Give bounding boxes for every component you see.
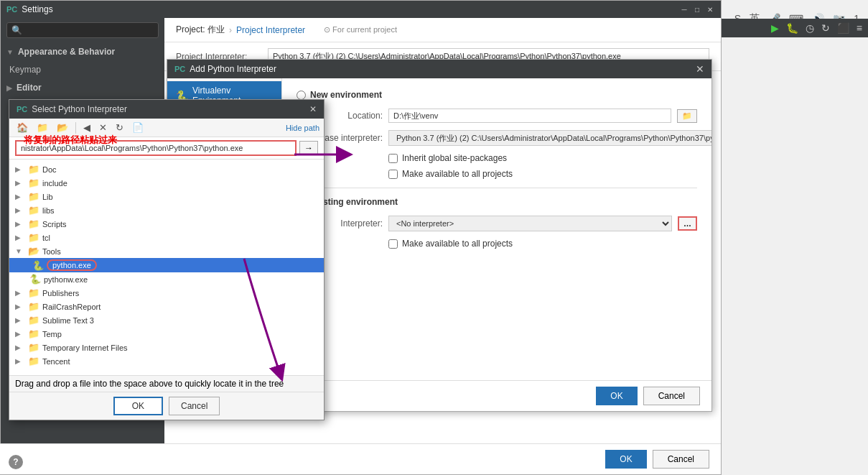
select-interpreter-footer: Drag and drop a file into the space abov… xyxy=(9,375,324,392)
path-input[interactable] xyxy=(15,140,297,156)
toolbar-back-button[interactable]: ◀ xyxy=(80,121,93,134)
tree-item-libs[interactable]: ▶ 📁 libs xyxy=(9,203,324,217)
toolbar-home-button[interactable]: 🏠 xyxy=(14,121,31,134)
tree-item-pythonwexe[interactable]: 🐍 pythonw.exe xyxy=(9,272,324,286)
base-interpreter-select[interactable]: Python 3.7 (作业) (2) C:\Users\Administrat… xyxy=(388,130,711,146)
sidebar-item-keymap[interactable]: Keymap xyxy=(1,61,164,78)
select-interpreter-toolbar: 🏠 📁 📂 ◀ ✕ ↻ 📄 Hide path xyxy=(9,119,324,137)
hide-path-link[interactable]: Hide path xyxy=(286,124,319,132)
location-row: Location: 📁 xyxy=(297,109,697,123)
tree-item-pythonexe[interactable]: 🐍 python.exe xyxy=(9,258,324,272)
run-button[interactable]: ▶ xyxy=(768,21,782,35)
toolbar-delete-button[interactable]: ✕ xyxy=(96,121,110,134)
folder-icon-tools: 📂 xyxy=(28,246,39,257)
interpreter-select[interactable]: <No interpreter> xyxy=(388,216,672,231)
toolbar-separator xyxy=(75,122,76,134)
maximize-button[interactable]: □ xyxy=(692,4,702,14)
help-button[interactable]: ? xyxy=(9,455,23,469)
select-interpreter-ok-button[interactable]: OK xyxy=(113,397,163,415)
breadcrumb-sep: › xyxy=(229,25,232,35)
tree-item-temp[interactable]: ▶ 📁 Temp xyxy=(9,327,324,341)
sidebar-item-editor[interactable]: ▶ Editor xyxy=(1,78,164,97)
sidebar-editor-label: Editor xyxy=(17,83,42,93)
make-available-existing-checkbox[interactable] xyxy=(388,239,398,249)
select-interpreter-dialog: PC Select Python Interpreter ✕ 🏠 📁 📂 ◀ ✕… xyxy=(9,99,325,420)
select-interpreter-title: Select Python Interpreter xyxy=(32,104,127,114)
path-go-button[interactable]: → xyxy=(299,141,318,155)
rerun-button[interactable]: ↻ xyxy=(818,21,833,35)
tree-item-sublime[interactable]: ▶ 📁 Sublime Text 3 xyxy=(9,313,324,327)
folder-icon-libs: 📁 xyxy=(28,205,39,216)
tree-label-tools: Tools xyxy=(42,247,61,256)
settings-ok-button[interactable]: OK xyxy=(605,450,646,469)
inherit-checkbox[interactable] xyxy=(388,154,398,163)
new-environment-label: New environment xyxy=(310,90,382,100)
breadcrumb-section[interactable]: Project Interpreter xyxy=(236,25,305,35)
profile-button[interactable]: ◷ xyxy=(803,21,817,35)
window-controls: ─ □ ✕ xyxy=(679,4,715,14)
folder-icon-tempinternet: 📁 xyxy=(28,342,39,353)
toolbar-open-button[interactable]: 📂 xyxy=(54,121,71,134)
new-environment-radio-row: New environment xyxy=(297,90,697,100)
tree-item-include[interactable]: ▶ 📁 include xyxy=(9,176,324,190)
toolbar-refresh-button[interactable]: ↻ xyxy=(113,121,126,134)
add-interpreter-ok-button[interactable]: OK xyxy=(596,387,637,405)
tree-item-tencent[interactable]: ▶ 📁 Tencent xyxy=(9,354,324,368)
folder-icon-scripts: 📁 xyxy=(28,218,39,229)
add-interpreter-titlebar: PC Add Python Interpreter ✕ xyxy=(167,60,711,78)
tree-arrow-tcl: ▶ xyxy=(15,234,25,241)
more-button[interactable]: ≡ xyxy=(854,21,865,35)
tree-item-doc[interactable]: ▶ 📁 Doc xyxy=(9,162,324,176)
tree-label-include: include xyxy=(42,179,67,188)
interpreter-select-row: Interpreter: <No interpreter> … xyxy=(297,216,697,231)
sidebar-search-input[interactable] xyxy=(6,22,159,38)
select-interpreter-cancel-button[interactable]: Cancel xyxy=(169,397,220,415)
tree-item-scripts[interactable]: ▶ 📁 Scripts xyxy=(9,217,324,231)
folder-icon-tcl: 📁 xyxy=(28,232,39,243)
tree-label-scripts: Scripts xyxy=(42,220,67,229)
tree-arrow-railcrash: ▶ xyxy=(15,303,25,310)
new-environment-radio[interactable] xyxy=(297,91,306,100)
file-icon-python: 🐍 xyxy=(32,260,44,271)
location-input[interactable] xyxy=(388,109,671,123)
tree-item-tools[interactable]: ▼ 📂 Tools xyxy=(9,244,324,258)
sidebar-item-appearance[interactable]: ▼ Appearance & Behavior xyxy=(1,42,164,61)
tree-item-tempinternet[interactable]: ▶ 📁 Temporary Internet Files xyxy=(9,341,324,354)
folder-icon-lib: 📁 xyxy=(28,191,39,202)
location-browse-button[interactable]: 📁 xyxy=(677,109,697,123)
add-interpreter-close-button[interactable]: ✕ xyxy=(696,63,704,75)
tree-label-python: python.exe xyxy=(47,259,97,271)
add-interpreter-title: Add Python Interpreter xyxy=(190,64,276,74)
interpreter-browse-button[interactable]: … xyxy=(678,216,697,231)
tree-arrow-tencent: ▶ xyxy=(15,357,25,365)
tree-item-publishers[interactable]: ▶ 📁 Publishers xyxy=(9,286,324,300)
tree-label-sublime: Sublime Text 3 xyxy=(42,316,94,325)
tree-arrow-lib: ▶ xyxy=(15,193,25,200)
tree-arrow-include: ▶ xyxy=(15,179,25,187)
tree-arrow-doc: ▶ xyxy=(15,165,25,173)
select-interpreter-close-button[interactable]: ✕ xyxy=(309,104,317,114)
pc-icon: PC xyxy=(6,5,17,14)
add-interpreter-cancel-button[interactable]: Cancel xyxy=(643,387,700,405)
stop-button[interactable]: ⬛ xyxy=(834,21,852,35)
inherit-label: Inherit global site-packages xyxy=(402,153,507,163)
tree-item-tcl[interactable]: ▶ 📁 tcl xyxy=(9,231,324,244)
toolbar-folder-button[interactable]: 📁 xyxy=(34,121,51,134)
tree-item-railcrash[interactable]: ▶ 📁 RailCrashReport xyxy=(9,300,324,313)
tree-item-lib[interactable]: ▶ 📁 Lib xyxy=(9,190,324,203)
inherit-checkbox-row: Inherit global site-packages xyxy=(388,153,697,163)
debug-button[interactable]: 🐛 xyxy=(783,21,801,35)
tree-arrow-libs: ▶ xyxy=(15,206,25,214)
tree-arrow-tempinternet: ▶ xyxy=(15,343,25,351)
make-available-new-checkbox[interactable] xyxy=(388,170,398,179)
toolbar-new-button[interactable]: 📄 xyxy=(129,121,146,134)
make-available-new-label: Make available to all projects xyxy=(402,169,513,179)
tree-label-tcl: tcl xyxy=(42,234,50,242)
tree-arrow-temp: ▶ xyxy=(15,330,25,338)
settings-cancel-button[interactable]: Cancel xyxy=(653,450,709,469)
close-button[interactable]: ✕ xyxy=(705,4,715,14)
tree-label-doc: Doc xyxy=(42,165,57,174)
settings-titlebar: PC Settings ─ □ ✕ xyxy=(1,1,721,18)
minimize-button[interactable]: ─ xyxy=(679,4,689,14)
arrow-icon-editor: ▶ xyxy=(6,84,12,92)
